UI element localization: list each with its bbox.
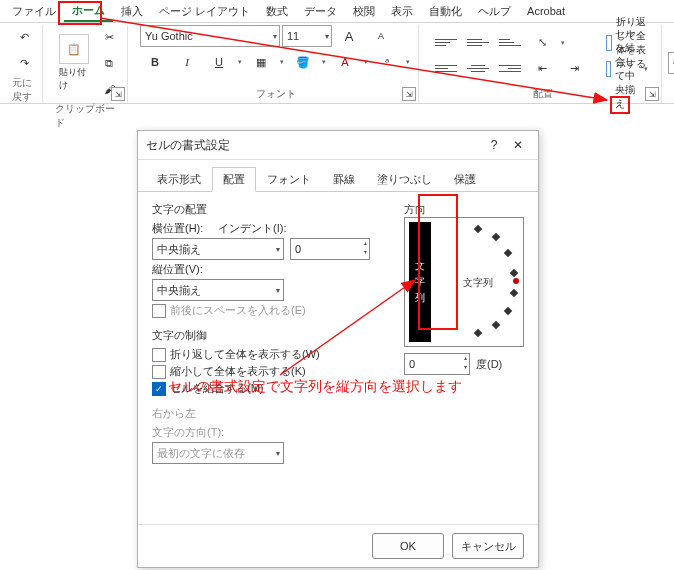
increase-font-button[interactable]: A [334,25,364,47]
dialog-tabs: 表示形式 配置 フォント 罫線 塗りつぶし 保護 [138,160,538,192]
menu-pagelayout[interactable]: ページ レイアウト [151,2,258,21]
clipboard-launcher[interactable]: ⇲ [111,87,125,101]
tab-numberformat[interactable]: 表示形式 [146,167,212,192]
group-align-label: 配置 [533,86,553,103]
merge-center-button[interactable]: セルを結合して中央揃え▾ [599,58,655,80]
menu-review[interactable]: 校閲 [345,2,383,21]
group-align: ⤡ ▾ ⇤ ⇥ 折り返して全体を表示する セルを結合して中央揃え▾ [425,25,662,103]
align-top-button[interactable] [431,32,461,54]
fontcolor-button[interactable]: A [330,51,360,73]
copy-button[interactable]: ⧉ [97,51,121,75]
italic-button[interactable]: I [172,51,202,73]
help-button[interactable]: ? [482,135,506,155]
annotation-text: セルの書式設定で文字列を縦方向を選択します [168,378,462,396]
underline-dd[interactable]: ▾ [236,51,244,73]
tab-alignment[interactable]: 配置 [212,167,256,192]
group-clipboard-label: クリップボード [55,101,121,132]
distribute-checkbox [152,304,166,318]
phonetic-button[interactable]: ᵃ [372,51,402,73]
merge-dd[interactable]: ▾ [644,58,648,80]
align-launcher[interactable]: ⇲ [645,87,659,101]
control-legend: 文字の制御 [152,328,390,343]
font-size-select[interactable]: 11 [282,25,332,47]
dialog-title: セルの書式設定 [146,137,230,154]
font-name-select[interactable]: Yu Gothic [140,25,280,47]
number-format-select[interactable]: 標準 [668,52,674,74]
indent-label: インデント(I): [218,221,288,236]
font-launcher[interactable]: ⇲ [402,87,416,101]
bold-button[interactable]: B [140,51,170,73]
highlight-home-tab [58,1,102,25]
undo-button[interactable]: ↶ [12,25,36,49]
menu-automation[interactable]: 自動化 [421,2,470,21]
menu-insert[interactable]: 挿入 [113,2,151,21]
border-button[interactable]: ▦ [246,51,276,73]
group-undo-label: 元に戻す [12,75,36,106]
highlight-align-launcher [610,96,630,114]
orient-dd[interactable]: ▾ [559,32,567,54]
close-button[interactable]: ✕ [506,135,530,155]
cancel-button[interactable]: キャンセル [452,533,524,559]
indent-spinner[interactable]: 0 [290,238,370,260]
shrink-cb-label: 縮小して全体を表示する(K) [170,364,306,379]
align-left-button[interactable] [431,58,461,80]
indent-dec-button[interactable]: ⇤ [527,58,557,80]
group-font-label: フォント [256,86,296,103]
text-align-legend: 文字の配置 [152,202,390,217]
wrap-cb-label: 折り返して全体を表示する(W) [170,347,320,362]
redo-button[interactable]: ↷ [12,51,36,75]
tab-font[interactable]: フォント [256,167,322,192]
menu-formula[interactable]: 数式 [258,2,296,21]
ok-button[interactable]: OK [372,533,444,559]
menu-view[interactable]: 表示 [383,2,421,21]
merge-icon [606,61,611,77]
merge-checkbox[interactable]: ✓ [152,382,166,396]
group-clipboard: 📋 貼り付け ✂ ⧉ 🖌 クリップボード ⇲ [49,25,128,103]
highlight-orient-vertical [418,194,458,330]
menu-data[interactable]: データ [296,2,345,21]
ribbon: ↶ ↷ 元に戻す 📋 貼り付け ✂ ⧉ 🖌 クリップボード ⇲ [0,23,674,104]
h-align-select[interactable]: 中央揃え [152,238,284,260]
tab-fill[interactable]: 塗りつぶし [366,167,443,192]
shrink-checkbox[interactable] [152,365,166,379]
v-align-label: 縦位置(V): [152,262,203,277]
menu-file[interactable]: ファイル [4,2,64,21]
menu-acrobat[interactable]: Acrobat [519,3,573,19]
dir-label: 文字の方向(T): [152,425,224,440]
degree-label: 度(D) [476,357,502,372]
fillcolor-button[interactable]: 🪣 [288,51,318,73]
align-mid-button[interactable] [463,32,493,54]
dialog-titlebar: セルの書式設定 ? ✕ [138,131,538,160]
paste-button[interactable]: 📋 貼り付け [55,32,93,94]
phonetic-dd[interactable]: ▾ [404,51,412,73]
indent-inc-button[interactable]: ⇥ [559,58,589,80]
format-cells-dialog: セルの書式設定 ? ✕ 表示形式 配置 フォント 罫線 塗りつぶし 保護 文字の… [137,130,539,568]
orient-button[interactable]: ⤡ [527,32,557,54]
v-align-select[interactable]: 中央揃え [152,279,284,301]
distribute-label: 前後にスペースを入れる(E) [170,303,306,318]
underline-button[interactable]: U [204,51,234,73]
fontcolor-dd[interactable]: ▾ [362,51,370,73]
border-dd[interactable]: ▾ [278,51,286,73]
align-bot-button[interactable] [495,32,525,54]
degree-spinner[interactable]: 0 [404,353,470,375]
orient-horiz-label: 文字列 [463,276,493,290]
cut-button[interactable]: ✂ [97,25,121,49]
group-undo: ↶ ↷ 元に戻す [6,25,43,103]
paste-label: 貼り付け [59,66,89,92]
rtl-legend: 右から左 [152,406,390,421]
wrap-checkbox[interactable] [152,348,166,362]
fillcolor-dd[interactable]: ▾ [320,51,328,73]
h-align-label: 横位置(H): [152,221,212,236]
align-right-button[interactable] [495,58,525,80]
dir-select[interactable]: 最初の文字に依存 [152,442,284,464]
menu-help[interactable]: ヘルプ [470,2,519,21]
tab-border[interactable]: 罫線 [322,167,366,192]
tab-protect[interactable]: 保護 [443,167,487,192]
decrease-font-button[interactable]: A [366,25,396,47]
group-font: Yu Gothic 11 A A B I U ▾ ▦ ▾ 🪣 ▾ A ▾ ᵃ [134,25,419,103]
paste-icon: 📋 [59,34,89,64]
wrap-icon [606,35,612,51]
align-center-button[interactable] [463,58,493,80]
group-number: 標準 [668,25,674,103]
